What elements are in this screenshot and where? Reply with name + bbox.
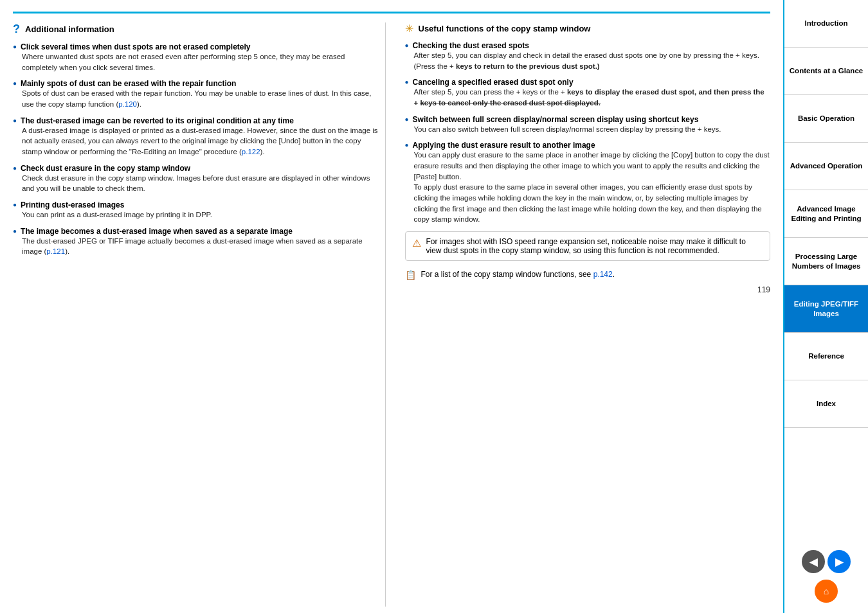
bullet-body: A dust-erased image is displayed or prin… [22, 125, 379, 157]
bullet-header: The image becomes a dust-erased image wh… [13, 227, 379, 236]
bullet-header: Printing dust-erased images [13, 200, 379, 209]
right-section-title: Useful functions of the copy stamp windo… [419, 24, 591, 33]
sidebar-items-container: IntroductionContents at a GlanceBasic Op… [784, 0, 868, 428]
bullet-header-text: Check dust erasure in the copy stamp win… [21, 164, 190, 173]
right-bullet-item: Canceling a specified erased dust spot o… [405, 78, 771, 108]
left-bullets-container: Click several times when dust spots are … [13, 42, 379, 257]
left-bullet-item: The image becomes a dust-erased image wh… [13, 227, 379, 257]
bullet-header-text: Canceling a specified erased dust spot o… [413, 78, 574, 87]
bullet-header: Check dust erasure in the copy stamp win… [13, 164, 379, 173]
right-bullet-item: Checking the dust erased spots After ste… [405, 41, 771, 71]
bullet-header-text: Mainly spots of dust can be erased with … [21, 79, 236, 88]
sidebar-item-introduction[interactable]: Introduction [784, 0, 868, 48]
warning-icon: ⚠ [412, 237, 421, 249]
footer-area: ⚠ For images shot with ISO speed range e… [405, 231, 771, 280]
left-bullet-item: The dust-erased image can be reverted to… [13, 116, 379, 157]
bullet-header-text: The dust-erased image can be reverted to… [21, 116, 294, 125]
bullet-header-text: The image becomes a dust-erased image wh… [21, 227, 293, 236]
bullet-header-text: Applying the dust erasure result to anot… [413, 141, 595, 150]
next-button[interactable]: ▶ [827, 550, 851, 573]
left-bullet-item: Printing dust-erased images You can prin… [13, 200, 379, 220]
top-border [13, 12, 770, 13]
body-link[interactable]: p.120 [118, 100, 137, 108]
body-link[interactable]: p.122 [242, 148, 260, 155]
info-box: 📋 For a list of the copy stamp window fu… [405, 270, 771, 280]
bullet-header: Applying the dust erasure result to anot… [405, 141, 771, 150]
sidebar-item-advanced-operation[interactable]: Advanced Operation [784, 143, 868, 190]
bullet-header: Canceling a specified erased dust spot o… [405, 78, 771, 87]
sun-icon: ✳ [405, 22, 413, 35]
info-text: For a list of the copy stamp window func… [421, 270, 615, 279]
bullet-body: Spots of dust can be erased with the rep… [22, 88, 379, 109]
info-icon: 📋 [405, 270, 416, 280]
bullet-header-text: Switch between full screen display/norma… [413, 115, 699, 124]
bullet-body: You can apply dust erasure to the same p… [414, 150, 771, 225]
bullet-header: Checking the dust erased spots [405, 41, 771, 50]
left-section-header: ? Additional information [13, 22, 379, 36]
left-bullet-item: Click several times when dust spots are … [13, 42, 379, 73]
bullet-body: Where unwanted dust spots are not erased… [22, 51, 379, 73]
sidebar-item-index[interactable]: Index [784, 380, 868, 428]
main-content: ? Additional information Click several t… [0, 0, 784, 613]
bullet-header-text: Checking the dust erased spots [413, 41, 529, 50]
columns: ? Additional information Click several t… [13, 22, 770, 607]
sidebar-item-advanced-image-editing[interactable]: Advanced Image Editing and Printing [784, 190, 868, 238]
bullet-header-text: Printing dust-erased images [21, 200, 124, 209]
right-bullets-container: Checking the dust erased spots After ste… [405, 41, 771, 225]
left-bullet-item: Check dust erasure in the copy stamp win… [13, 164, 379, 194]
info-link[interactable]: p.142 [593, 270, 613, 279]
right-bullet-item: Applying the dust erasure result to anot… [405, 141, 771, 225]
sidebar-item-reference[interactable]: Reference [784, 333, 868, 380]
bullet-header: The dust-erased image can be reverted to… [13, 116, 379, 125]
bullet-body: After step 5, you can display and check … [414, 50, 771, 71]
home-button[interactable]: ⌂ [815, 580, 838, 603]
sidebar: IntroductionContents at a GlanceBasic Op… [784, 0, 868, 613]
bullet-header: Mainly spots of dust can be erased with … [13, 79, 379, 88]
bullet-body: Check dust erasure in the copy stamp win… [22, 173, 379, 194]
right-bullet-item: Switch between full screen display/norma… [405, 115, 771, 135]
sidebar-item-contents-at-a-glance[interactable]: Contents at a Glance [784, 48, 868, 95]
bullet-body: You can print as a dust-erased image by … [22, 209, 379, 220]
sidebar-item-processing-large-numbers[interactable]: Processing Large Numbers of Images [784, 238, 868, 285]
page-number: 119 [405, 285, 771, 294]
left-column: ? Additional information Click several t… [13, 22, 386, 607]
bullet-header: Switch between full screen display/norma… [405, 115, 771, 124]
sidebar-item-basic-operation[interactable]: Basic Operation [784, 95, 868, 143]
bullet-body: After step 5, you can press the + keys o… [414, 87, 771, 108]
question-icon: ? [13, 22, 20, 36]
warning-box: ⚠ For images shot with ISO speed range e… [405, 231, 771, 261]
sidebar-nav: ◀ ▶ ⌂ [784, 536, 868, 613]
left-bullet-item: Mainly spots of dust can be erased with … [13, 79, 379, 109]
body-link[interactable]: p.121 [46, 247, 65, 255]
bullet-body: You can also switch between full screen … [414, 124, 771, 135]
bullet-header-text: Click several times when dust spots are … [21, 42, 250, 51]
warning-text: For images shot with ISO speed range exp… [426, 237, 764, 255]
right-section-header: ✳ Useful functions of the copy stamp win… [405, 22, 771, 35]
bullet-header: Click several times when dust spots are … [13, 42, 379, 51]
right-column: ✳ Useful functions of the copy stamp win… [399, 22, 771, 607]
sidebar-item-editing-jpeg-tiff[interactable]: Editing JPEG/TIFF Images [784, 285, 868, 333]
bullet-body: The dust-erased JPEG or TIFF image actua… [22, 236, 379, 257]
prev-button[interactable]: ◀ [802, 550, 825, 573]
nav-buttons: ◀ ▶ [802, 550, 851, 573]
left-section-title: Additional information [25, 24, 114, 34]
